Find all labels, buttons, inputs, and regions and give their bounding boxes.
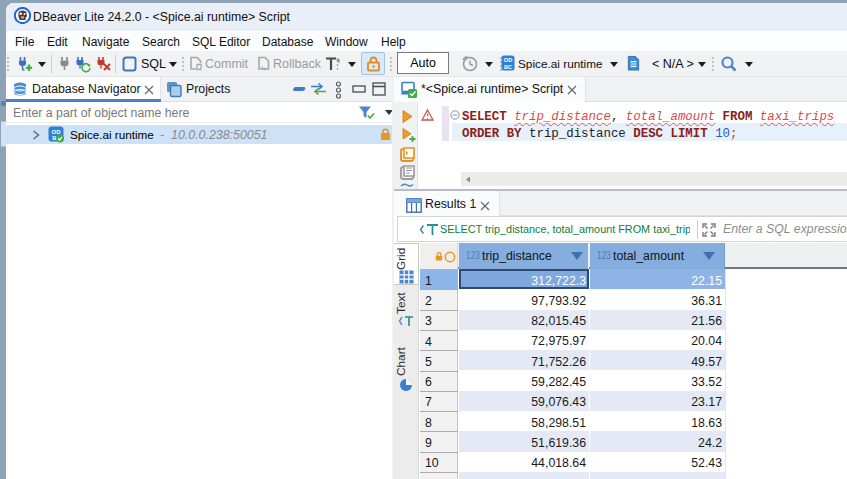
svg-text:123: 123	[597, 249, 611, 261]
svg-text:OD: OD	[52, 128, 62, 134]
svg-text:123: 123	[466, 249, 480, 261]
svg-text:OD: OD	[504, 57, 512, 63]
svg-text:BC: BC	[504, 64, 512, 70]
